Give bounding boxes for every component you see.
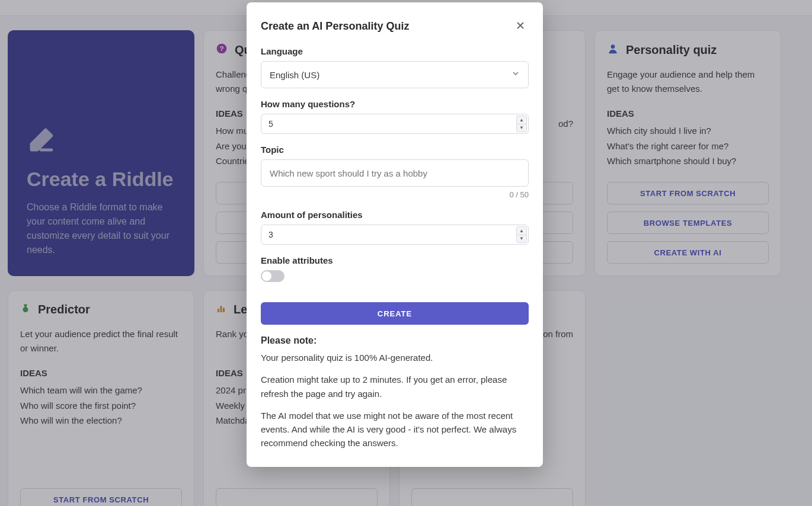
attributes-label: Enable attributes xyxy=(261,255,529,265)
topic-input[interactable] xyxy=(261,159,529,187)
personalities-stepper[interactable]: ▲ ▼ xyxy=(516,226,527,243)
attributes-toggle[interactable] xyxy=(261,270,284,282)
personalities-label: Amount of personalities xyxy=(261,210,529,220)
note-title: Please note: xyxy=(261,335,529,346)
note-paragraph: Your personality quiz is 100% AI-generat… xyxy=(261,351,529,364)
questions-input[interactable] xyxy=(261,114,529,134)
step-up-icon[interactable]: ▲ xyxy=(517,116,526,124)
create-button[interactable]: CREATE xyxy=(261,302,529,325)
language-value: English (US) xyxy=(270,70,319,80)
language-label: Language xyxy=(261,46,529,56)
questions-label: How many questions? xyxy=(261,99,529,109)
close-button[interactable] xyxy=(512,18,529,34)
close-icon xyxy=(515,20,526,33)
note-paragraph: The AI model that we use might not be aw… xyxy=(261,409,529,450)
topic-label: Topic xyxy=(261,145,529,155)
note-paragraph: Creation might take up to 2 minutes. If … xyxy=(261,373,529,401)
create-ai-quiz-modal: Create an AI Personality Quiz Language E… xyxy=(247,2,543,467)
language-select[interactable]: English (US) xyxy=(261,61,529,88)
step-down-icon[interactable]: ▼ xyxy=(517,124,526,132)
topic-counter: 0 / 50 xyxy=(261,190,529,199)
questions-stepper[interactable]: ▲ ▼ xyxy=(516,116,527,132)
modal-title: Create an AI Personality Quiz xyxy=(261,20,409,33)
step-down-icon[interactable]: ▼ xyxy=(517,235,526,243)
personalities-input[interactable] xyxy=(261,225,529,245)
step-up-icon[interactable]: ▲ xyxy=(517,227,526,235)
